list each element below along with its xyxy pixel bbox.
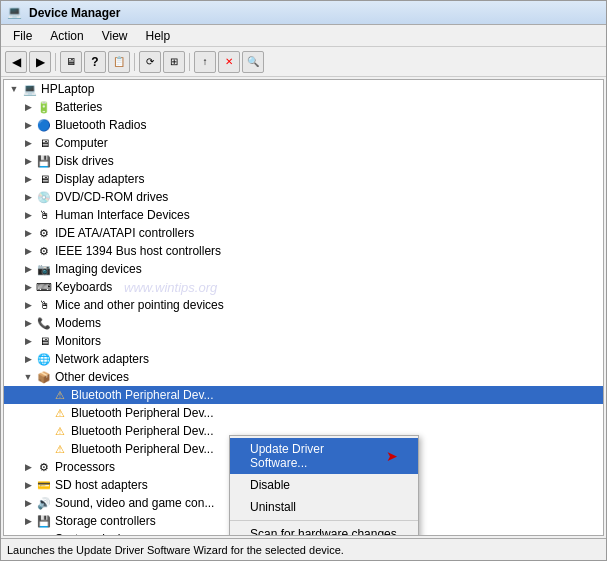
label-sound: Sound, video and game con... bbox=[55, 496, 214, 510]
icon-storage: 💾 bbox=[36, 513, 52, 529]
icon-bt-p1: ⚠ bbox=[52, 387, 68, 403]
title-icon: 💻 bbox=[7, 5, 23, 21]
arrow-indicator: ➤ bbox=[386, 448, 398, 464]
uninstall-button[interactable]: ✕ bbox=[218, 51, 240, 73]
expander-imaging[interactable]: ▶ bbox=[20, 261, 36, 277]
expander-dvd[interactable]: ▶ bbox=[20, 189, 36, 205]
properties-button[interactable]: 📋 bbox=[108, 51, 130, 73]
expander-sound[interactable]: ▶ bbox=[20, 495, 36, 511]
expander-keyboards[interactable]: ▶ bbox=[20, 279, 36, 295]
menu-action[interactable]: Action bbox=[42, 27, 91, 45]
label-storage: Storage controllers bbox=[55, 514, 156, 528]
device-manager-window: 💻 Device Manager File Action View Help ◀… bbox=[0, 0, 607, 561]
update-driver-button[interactable]: ↑ bbox=[194, 51, 216, 73]
expander-storage[interactable]: ▶ bbox=[20, 513, 36, 529]
expander-monitors[interactable]: ▶ bbox=[20, 333, 36, 349]
tree-item-modems[interactable]: ▶ 📞 Modems bbox=[4, 314, 603, 332]
label-other-devices: Other devices bbox=[55, 370, 129, 384]
tree-item-disk-drives[interactable]: ▶ 💾 Disk drives bbox=[4, 152, 603, 170]
menu-help[interactable]: Help bbox=[138, 27, 179, 45]
ctx-disable[interactable]: Disable bbox=[230, 474, 418, 496]
expander-sd[interactable]: ▶ bbox=[20, 477, 36, 493]
devices-button[interactable]: ⊞ bbox=[163, 51, 185, 73]
back-button[interactable]: ◀ bbox=[5, 51, 27, 73]
toolbar-sep-1 bbox=[55, 53, 56, 71]
label-display-adapters: Display adapters bbox=[55, 172, 144, 186]
label-hid: Human Interface Devices bbox=[55, 208, 190, 222]
expander-modems[interactable]: ▶ bbox=[20, 315, 36, 331]
expander-hplaptop[interactable]: ▼ bbox=[6, 81, 22, 97]
icon-ide: ⚙ bbox=[36, 225, 52, 241]
computer-button[interactable]: 🖥 bbox=[60, 51, 82, 73]
expander-bt-radios[interactable]: ▶ bbox=[20, 117, 36, 133]
tree-item-hid[interactable]: ▶ 🖱 Human Interface Devices bbox=[4, 206, 603, 224]
title-bar: 💻 Device Manager bbox=[1, 1, 606, 25]
context-menu: Update Driver Software... ➤ Disable Unin… bbox=[229, 435, 419, 536]
tree-item-bluetooth-radios[interactable]: ▶ 🔵 Bluetooth Radios bbox=[4, 116, 603, 134]
expander-ide[interactable]: ▶ bbox=[20, 225, 36, 241]
expander-batteries[interactable]: ▶ bbox=[20, 99, 36, 115]
icon-sound: 🔊 bbox=[36, 495, 52, 511]
label-bluetooth-radios: Bluetooth Radios bbox=[55, 118, 146, 132]
label-bt-peripheral-3: Bluetooth Peripheral Dev... bbox=[71, 424, 214, 438]
label-processors: Processors bbox=[55, 460, 115, 474]
expander-other[interactable]: ▼ bbox=[20, 369, 36, 385]
expander-bt-p2 bbox=[36, 405, 52, 421]
forward-button[interactable]: ▶ bbox=[29, 51, 51, 73]
tree-item-bt-peripheral-2[interactable]: ⚠ Bluetooth Peripheral Dev... bbox=[4, 404, 603, 422]
label-ieee: IEEE 1394 Bus host controllers bbox=[55, 244, 221, 258]
tree-item-ide[interactable]: ▶ ⚙ IDE ATA/ATAPI controllers bbox=[4, 224, 603, 242]
ctx-update-driver[interactable]: Update Driver Software... ➤ bbox=[230, 438, 418, 474]
tree-item-ieee[interactable]: ▶ ⚙ IEEE 1394 Bus host controllers bbox=[4, 242, 603, 260]
icon-modems: 📞 bbox=[36, 315, 52, 331]
tree-item-other-devices[interactable]: ▼ 📦 Other devices bbox=[4, 368, 603, 386]
expander-hid[interactable]: ▶ bbox=[20, 207, 36, 223]
expander-ieee[interactable]: ▶ bbox=[20, 243, 36, 259]
ctx-uninstall[interactable]: Uninstall bbox=[230, 496, 418, 518]
ctx-scan[interactable]: Scan for hardware changes bbox=[230, 523, 418, 536]
tree-item-mice[interactable]: ▶ 🖱 Mice and other pointing devices bbox=[4, 296, 603, 314]
tree-item-monitors[interactable]: ▶ 🖥 Monitors bbox=[4, 332, 603, 350]
icon-laptop: 💻 bbox=[22, 81, 38, 97]
label-ide: IDE ATA/ATAPI controllers bbox=[55, 226, 194, 240]
expander-system[interactable]: ▶ bbox=[20, 531, 36, 536]
expander-bt-p3 bbox=[36, 423, 52, 439]
menu-view[interactable]: View bbox=[94, 27, 136, 45]
expander-disk[interactable]: ▶ bbox=[20, 153, 36, 169]
toolbar-sep-3 bbox=[189, 53, 190, 71]
tree-item-bt-peripheral-1[interactable]: ⚠ Bluetooth Peripheral Dev... bbox=[4, 386, 603, 404]
icon-hid: 🖱 bbox=[36, 207, 52, 223]
tree-item-keyboards[interactable]: ▶ ⌨ Keyboards bbox=[4, 278, 603, 296]
menu-bar: File Action View Help bbox=[1, 25, 606, 47]
label-mice: Mice and other pointing devices bbox=[55, 298, 224, 312]
tree-item-dvd[interactable]: ▶ 💿 DVD/CD-ROM drives bbox=[4, 188, 603, 206]
ctx-sep-1 bbox=[230, 520, 418, 521]
expander-mice[interactable]: ▶ bbox=[20, 297, 36, 313]
tree-item-imaging[interactable]: ▶ 📷 Imaging devices bbox=[4, 260, 603, 278]
scan-button[interactable]: 🔍 bbox=[242, 51, 264, 73]
refresh-button[interactable]: ⟳ bbox=[139, 51, 161, 73]
toolbar-sep-2 bbox=[134, 53, 135, 71]
expander-processors[interactable]: ▶ bbox=[20, 459, 36, 475]
tree-panel[interactable]: www.wintips.org ▼ 💻 HPLaptop ▶ 🔋 Batteri… bbox=[3, 79, 604, 536]
expander-computer[interactable]: ▶ bbox=[20, 135, 36, 151]
icon-bluetooth-radios: 🔵 bbox=[36, 117, 52, 133]
label-keyboards: Keyboards bbox=[55, 280, 112, 294]
help-button[interactable]: ? bbox=[84, 51, 106, 73]
tree-item-display-adapters[interactable]: ▶ 🖥 Display adapters bbox=[4, 170, 603, 188]
expander-display[interactable]: ▶ bbox=[20, 171, 36, 187]
menu-file[interactable]: File bbox=[5, 27, 40, 45]
label-computer: Computer bbox=[55, 136, 108, 150]
icon-bt-p3: ⚠ bbox=[52, 423, 68, 439]
label-sd: SD host adapters bbox=[55, 478, 148, 492]
toolbar: ◀ ▶ 🖥 ? 📋 ⟳ ⊞ ↑ ✕ 🔍 bbox=[1, 47, 606, 77]
tree-item-computer[interactable]: ▶ 🖥 Computer bbox=[4, 134, 603, 152]
expander-network[interactable]: ▶ bbox=[20, 351, 36, 367]
icon-processors: ⚙ bbox=[36, 459, 52, 475]
tree-item-network[interactable]: ▶ 🌐 Network adapters bbox=[4, 350, 603, 368]
icon-batteries: 🔋 bbox=[36, 99, 52, 115]
tree-item-batteries[interactable]: ▶ 🔋 Batteries bbox=[4, 98, 603, 116]
label-system: System devices bbox=[55, 532, 139, 536]
tree-item-hplaptop[interactable]: ▼ 💻 HPLaptop bbox=[4, 80, 603, 98]
label-monitors: Monitors bbox=[55, 334, 101, 348]
